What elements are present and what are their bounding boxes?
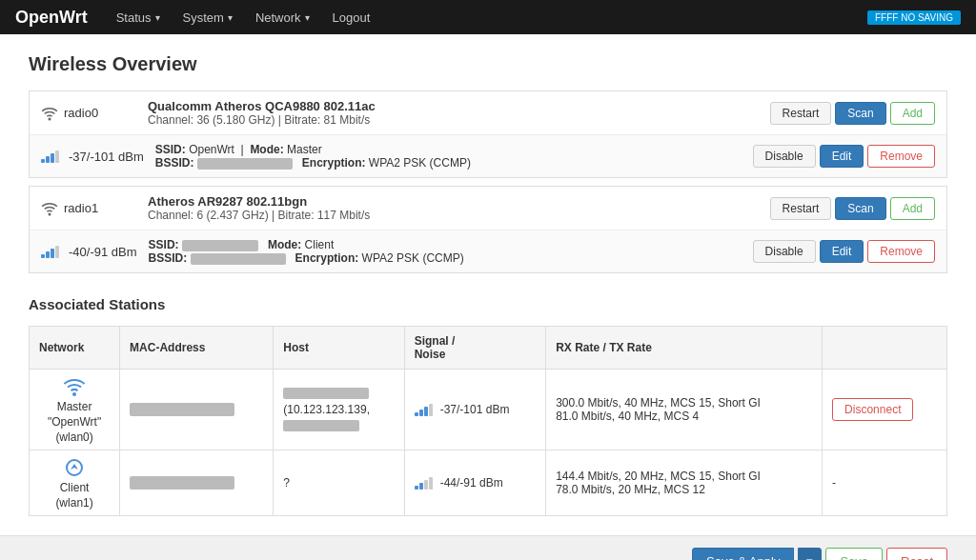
wifi-icon bbox=[63, 456, 86, 479]
station1-mac bbox=[120, 450, 274, 516]
radio0-details: Channel: 36 (5.180 GHz) | Bitrate: 81 Mb… bbox=[148, 113, 759, 127]
station0-rate: 300.0 Mbit/s, 40 MHz, MCS 15, Short GI 8… bbox=[546, 370, 823, 450]
station0-action: Disconnect bbox=[823, 370, 947, 450]
nav-menu: Status ▾ System ▾ Network ▾ Logout bbox=[107, 5, 380, 30]
brand-logo: OpenWrt bbox=[15, 8, 88, 28]
radio0-signal-label: -37/-101 dBm bbox=[41, 150, 144, 164]
radio0-signal-value: -37/-101 dBm bbox=[69, 150, 144, 164]
radio1-device-name: Atheros AR9287 802.11bgn bbox=[148, 194, 759, 209]
station0-mac bbox=[120, 370, 274, 450]
radio1-info: Atheros AR9287 802.11bgn Channel: 6 (2.4… bbox=[136, 194, 770, 222]
radio0-edit-button[interactable]: Edit bbox=[820, 145, 864, 168]
radio0-scan-button[interactable]: Scan bbox=[835, 102, 885, 125]
col-action bbox=[823, 327, 947, 370]
svg-point-2 bbox=[73, 393, 75, 395]
radio1-remove-button[interactable]: Remove bbox=[867, 240, 935, 263]
nav-system[interactable]: System ▾ bbox=[173, 5, 242, 30]
nav-logout[interactable]: Logout bbox=[323, 5, 380, 30]
col-mac: MAC-Address bbox=[120, 327, 274, 370]
col-network: Network bbox=[30, 327, 120, 370]
radio1-actions: Restart Scan Add bbox=[770, 197, 935, 220]
wifi-icon bbox=[41, 200, 58, 217]
nav-badge: FFFF NO SAVING bbox=[867, 10, 961, 25]
radio1-edit-button[interactable]: Edit bbox=[820, 240, 864, 263]
chevron-down-icon: ▾ bbox=[228, 12, 233, 23]
radio1-signal-value: -40/-91 dBm bbox=[69, 245, 137, 259]
footer-bar: Save & Apply ▾ Save Reset bbox=[0, 535, 976, 560]
nav-status[interactable]: Status ▾ bbox=[107, 5, 170, 30]
save-apply-caret-button[interactable]: ▾ bbox=[798, 548, 822, 560]
radio0-add-button[interactable]: Add bbox=[890, 102, 935, 125]
page-title: Wireless Overview bbox=[29, 53, 947, 75]
ssid-redacted bbox=[182, 240, 258, 251]
station1-network-iface: (wlan1) bbox=[55, 496, 92, 510]
radio0-iface-info: SSID: OpenWrt | Mode: Master BSSID: Encr… bbox=[144, 143, 753, 170]
reset-button[interactable]: Reset bbox=[886, 548, 947, 560]
nav-network[interactable]: Network ▾ bbox=[246, 5, 319, 30]
radio1-signal-label: -40/-91 dBm bbox=[41, 245, 137, 259]
radio0-bssid-line: BSSID: Encryption: WPA2 PSK (CCMP) bbox=[155, 156, 742, 170]
svg-point-1 bbox=[49, 213, 51, 215]
radio0-restart-button[interactable]: Restart bbox=[770, 102, 832, 125]
radio1-details: Channel: 6 (2.437 GHz) | Bitrate: 117 Mb… bbox=[148, 209, 759, 222]
radio0-iface-actions: Disable Edit Remove bbox=[753, 145, 935, 168]
radio0-info: Qualcomm Atheros QCA9880 802.11ac Channe… bbox=[136, 99, 770, 127]
table-header-row: Network MAC-Address Host Signal /Noise R… bbox=[30, 327, 947, 370]
radio1-disable-button[interactable]: Disable bbox=[753, 240, 816, 263]
main-content: Wireless Overview radio0 Qualcomm Athero… bbox=[0, 34, 976, 535]
radio1-bssid-line: BSSID: Encryption: WPA2 PSK (CCMP) bbox=[149, 251, 742, 265]
station0-network: Master "OpenWrt" (wlan0) bbox=[30, 370, 120, 450]
wifi-icon bbox=[63, 375, 86, 398]
radio1-restart-button[interactable]: Restart bbox=[770, 197, 832, 220]
chevron-down-icon: ▾ bbox=[305, 12, 310, 23]
signal-bars-icon bbox=[41, 150, 59, 163]
radio0-label: radio0 bbox=[41, 105, 136, 122]
radio1-ssid-line: SSID: Mode: Client bbox=[149, 238, 742, 251]
radio1-add-button[interactable]: Add bbox=[890, 197, 935, 220]
station1-network-label: Client bbox=[60, 481, 90, 494]
radio0-remove-button[interactable]: Remove bbox=[867, 145, 935, 168]
station0-disconnect-button[interactable]: Disconnect bbox=[832, 398, 913, 421]
station1-host: ? bbox=[274, 450, 404, 516]
table-row: Client (wlan1) ? bbox=[30, 450, 947, 516]
radio0-iface-row: -37/-101 dBm SSID: OpenWrt | Mode: Maste… bbox=[30, 135, 946, 177]
col-signal: Signal /Noise bbox=[404, 327, 545, 370]
svg-point-0 bbox=[49, 118, 51, 120]
station0-network-name: "OpenWrt" bbox=[48, 415, 101, 429]
radio0-ssid-line: SSID: OpenWrt | Mode: Master bbox=[155, 143, 742, 156]
station0-signal: -37/-101 dBm bbox=[404, 370, 545, 450]
radio0-actions: Restart Scan Add bbox=[770, 102, 935, 125]
col-rate: RX Rate / TX Rate bbox=[546, 327, 823, 370]
radio0-disable-button[interactable]: Disable bbox=[753, 145, 816, 168]
bssid-redacted bbox=[197, 158, 293, 170]
radio0-device-name: Qualcomm Atheros QCA9880 802.11ac bbox=[148, 99, 759, 113]
radio1-block: radio1 Atheros AR9287 802.11bgn Channel:… bbox=[29, 186, 947, 273]
station1-signal: -44/-91 dBm bbox=[404, 450, 545, 516]
table-row: Master "OpenWrt" (wlan0) (10.123.123.139… bbox=[30, 370, 947, 450]
radio0-device-row: radio0 Qualcomm Atheros QCA9880 802.11ac… bbox=[30, 91, 946, 135]
mac-redacted bbox=[130, 476, 234, 490]
radio0-block: radio0 Qualcomm Atheros QCA9880 802.11ac… bbox=[29, 90, 947, 178]
host-redacted bbox=[283, 388, 369, 399]
radio1-label: radio1 bbox=[41, 200, 136, 217]
station0-host: (10.123.123.139, bbox=[274, 370, 404, 450]
station1-rate: 144.4 Mbit/s, 20 MHz, MCS 15, Short GI 7… bbox=[546, 450, 823, 516]
save-apply-button[interactable]: Save & Apply bbox=[692, 548, 794, 560]
radio1-device-row: radio1 Atheros AR9287 802.11bgn Channel:… bbox=[30, 187, 946, 230]
station1-network: Client (wlan1) bbox=[30, 450, 120, 516]
radio1-scan-button[interactable]: Scan bbox=[835, 197, 885, 220]
stations-table: Network MAC-Address Host Signal /Noise R… bbox=[29, 326, 947, 516]
host-redacted2 bbox=[283, 420, 359, 431]
radio1-iface-info: SSID: Mode: Client BSSID: Encryption: WP… bbox=[137, 238, 753, 265]
signal-bars-icon bbox=[415, 477, 433, 490]
station0-network-iface: (wlan0) bbox=[55, 430, 92, 444]
radio0-name: radio0 bbox=[64, 106, 98, 120]
navbar: OpenWrt Status ▾ System ▾ Network ▾ Logo… bbox=[0, 0, 976, 34]
chevron-down-icon: ▾ bbox=[155, 12, 160, 23]
bssid-redacted bbox=[191, 253, 286, 265]
stations-title: Associated Stations bbox=[29, 296, 947, 312]
station1-action: - bbox=[823, 450, 947, 516]
radio1-name: radio1 bbox=[64, 201, 98, 215]
save-button[interactable]: Save bbox=[825, 548, 883, 560]
mac-redacted bbox=[130, 403, 234, 416]
